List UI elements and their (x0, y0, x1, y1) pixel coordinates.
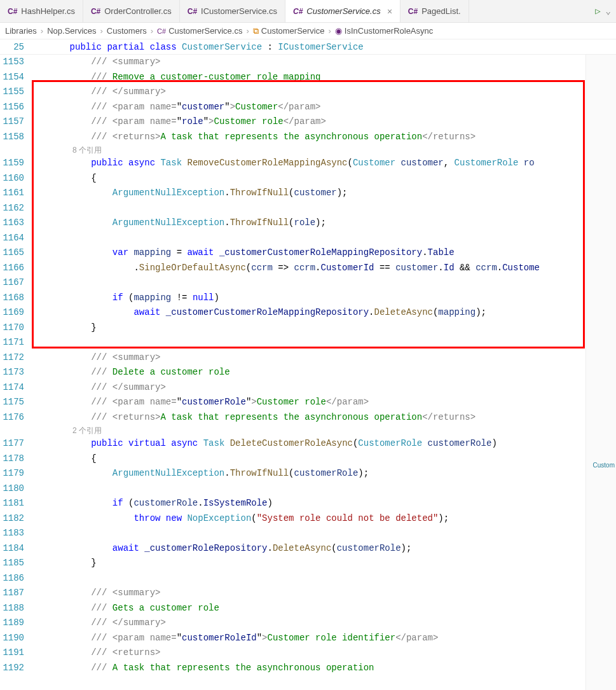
fold-gutter[interactable] (36, 70, 48, 85)
code-content[interactable]: ArgumentNullException.ThrowIfNull(role); (48, 216, 585, 231)
close-icon[interactable]: × (387, 6, 392, 17)
code-line[interactable]: 1172 /// <summary> (0, 350, 585, 366)
code-line[interactable]: 1159 public async Task RemoveCustomerRol… (0, 156, 585, 171)
code-line[interactable]: 1189 /// </summary> (0, 616, 585, 631)
codelens-references[interactable]: 8 个引用 (0, 144, 585, 156)
fold-gutter[interactable] (36, 586, 48, 601)
minimap[interactable]: Custom (585, 55, 616, 690)
code-line[interactable]: 1158 /// <returns>A task that represents… (0, 130, 585, 145)
code-line[interactable]: 1163 ArgumentNullException.ThrowIfNull(r… (0, 216, 585, 231)
code-line[interactable]: 1191 /// <returns> (0, 645, 585, 661)
breadcrumb-item[interactable]: Nop.Services (47, 26, 96, 36)
fold-gutter[interactable] (36, 291, 48, 306)
code-content[interactable]: if (mapping != null) (48, 291, 585, 306)
fold-gutter[interactable] (36, 541, 48, 556)
breadcrumb-item[interactable]: CustomerService.cs (168, 26, 242, 36)
fold-gutter[interactable] (36, 186, 48, 201)
tab-pagedlist[interactable]: C# PagedList. (400, 0, 469, 22)
code-content[interactable]: } (48, 321, 585, 336)
code-line[interactable]: 1175 /// <param name="customerRole">Cust… (0, 395, 585, 410)
code-line[interactable]: 1168 if (mapping != null) (0, 291, 585, 306)
fold-gutter[interactable] (36, 526, 48, 541)
code-line[interactable]: 1153 /// <summary> (0, 55, 585, 70)
fold-gutter[interactable] (36, 335, 48, 350)
code-content[interactable]: /// <returns>A task that represents the … (48, 130, 585, 145)
code-line[interactable]: 1182 throw new NopException("System role… (0, 511, 585, 527)
code-line[interactable]: 1165 var mapping = await _customerCustom… (0, 245, 585, 261)
tab-customerservice[interactable]: C# CustomerService.cs × (285, 0, 400, 22)
fold-gutter[interactable] (36, 631, 48, 646)
chevron-down-icon[interactable]: ⌄ (606, 6, 611, 17)
code-content[interactable]: if (customerRole.IsSystemRole) (48, 496, 585, 511)
fold-gutter[interactable] (36, 466, 48, 481)
code-content[interactable]: /// <param name="customer">Customer</par… (48, 100, 585, 115)
fold-gutter[interactable] (36, 130, 48, 145)
tab-icustomerservice[interactable]: C# ICustomerService.cs (180, 0, 285, 22)
code-content[interactable]: .SingleOrDefaultAsync(ccrm => ccrm.Custo… (48, 261, 585, 276)
breadcrumbs[interactable]: Libraries › Nop.Services › Customers › C… (0, 23, 616, 39)
code-line[interactable]: 1176 /// <returns>A task that represents… (0, 410, 585, 425)
code-content[interactable] (48, 275, 585, 291)
fold-gutter[interactable] (36, 216, 48, 231)
code-line[interactable]: 1178 { (0, 452, 585, 467)
code-line[interactable]: 1187 /// <summary> (0, 586, 585, 601)
code-content[interactable] (48, 526, 585, 541)
code-content[interactable]: /// </summary> (48, 85, 585, 100)
code-content[interactable]: /// Gets a customer role (48, 601, 585, 616)
code-line[interactable]: 1164 (0, 231, 585, 246)
code-content[interactable]: await _customerRoleRepository.DeleteAsyn… (48, 541, 585, 556)
fold-gutter[interactable] (36, 171, 48, 186)
tab-hashhelper[interactable]: C# HashHelper.cs (0, 0, 83, 22)
fold-gutter[interactable] (36, 55, 48, 70)
fold-gutter[interactable] (36, 305, 48, 321)
fold-gutter[interactable] (36, 100, 48, 115)
code-content[interactable]: ArgumentNullException.ThrowIfNull(custom… (48, 466, 585, 481)
code-content[interactable]: await _customerCustomerRoleMappingReposi… (48, 305, 585, 321)
fold-gutter[interactable] (36, 645, 48, 661)
code-line[interactable]: 1171 (0, 335, 585, 350)
fold-gutter[interactable] (36, 350, 48, 366)
sticky-scroll-header[interactable]: 25 public partial class CustomerService … (0, 39, 616, 55)
fold-gutter[interactable] (36, 496, 48, 511)
code-line[interactable]: 1173 /// Delete a customer role (0, 365, 585, 380)
breadcrumb-item[interactable]: Customers (107, 26, 147, 36)
code-line[interactable]: 1161 ArgumentNullException.ThrowIfNull(c… (0, 186, 585, 201)
codelens-references[interactable]: 2 个引用 (0, 425, 585, 436)
fold-gutter[interactable] (36, 661, 48, 676)
code-content[interactable]: /// </summary> (48, 616, 585, 631)
code-line[interactable]: 1174 /// </summary> (0, 380, 585, 396)
fold-gutter[interactable] (36, 452, 48, 467)
code-line[interactable]: 1185 } (0, 556, 585, 571)
code-line[interactable]: 1154 /// Remove a customer-customer role… (0, 70, 585, 85)
fold-gutter[interactable] (36, 410, 48, 425)
tab-ordercontroller[interactable]: C# OrderController.cs (83, 0, 180, 22)
code-line[interactable]: 1184 await _customerRoleRepository.Delet… (0, 541, 585, 556)
code-line[interactable]: 1177 public virtual async Task DeleteCus… (0, 436, 585, 452)
code-content[interactable]: /// <summary> (48, 586, 585, 601)
code-content[interactable]: /// </summary> (48, 380, 585, 396)
code-line[interactable]: 1160 { (0, 171, 585, 186)
code-line[interactable]: 1181 if (customerRole.IsSystemRole) (0, 496, 585, 511)
breadcrumb-item[interactable]: Libraries (5, 26, 37, 36)
code-content[interactable]: /// A task that represents the asynchron… (48, 661, 585, 676)
code-line[interactable]: 1188 /// Gets a customer role (0, 601, 585, 616)
code-content[interactable]: /// <summary> (48, 55, 585, 70)
code-line[interactable]: 1162 (0, 201, 585, 216)
code-line[interactable]: 1156 /// <param name="customer">Customer… (0, 100, 585, 115)
run-icon[interactable]: ▷ (595, 6, 600, 17)
code-content[interactable] (48, 201, 585, 216)
code-line[interactable]: 1166 .SingleOrDefaultAsync(ccrm => ccrm.… (0, 261, 585, 276)
code-line[interactable]: 1183 (0, 526, 585, 541)
code-content[interactable]: public virtual async Task DeleteCustomer… (48, 436, 585, 452)
code-line[interactable]: 1157 /// <param name="role">Customer rol… (0, 114, 585, 130)
fold-gutter[interactable] (36, 616, 48, 631)
code-content[interactable]: /// Delete a customer role (48, 365, 585, 380)
fold-gutter[interactable] (36, 245, 48, 261)
code-line[interactable]: 1179 ArgumentNullException.ThrowIfNull(c… (0, 466, 585, 481)
fold-gutter[interactable] (36, 365, 48, 380)
code-content[interactable] (48, 481, 585, 497)
code-content[interactable]: /// <returns>A task that represents the … (48, 410, 585, 425)
code-content[interactable] (48, 571, 585, 586)
code-content[interactable]: /// <returns> (48, 645, 585, 661)
code-line[interactable]: 1186 (0, 571, 585, 586)
